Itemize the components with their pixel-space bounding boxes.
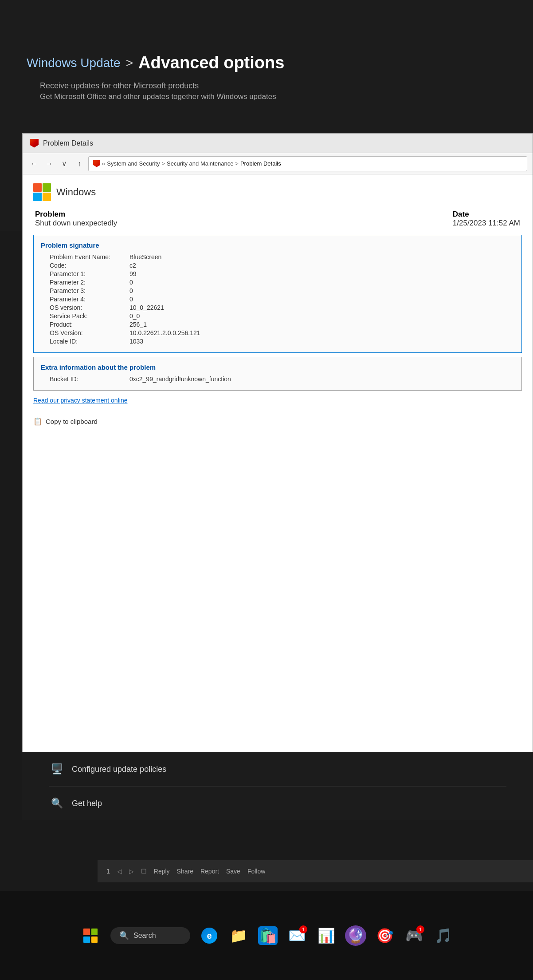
xbox-icon[interactable]: 🎮 1 [404, 925, 424, 946]
nav-sep1: > [161, 160, 165, 167]
forum-page-num: 1 [106, 868, 110, 875]
update-description: Receive updates for other Microsoft prod… [27, 81, 506, 101]
forum-reply[interactable]: Reply [154, 868, 170, 875]
nav-part1: System and Security [107, 160, 160, 167]
nav-breadcrumb[interactable]: « System and Security > Security and Mai… [88, 156, 527, 171]
sig-val: 0 [129, 296, 133, 303]
file-explorer-icon[interactable]: 📁 [228, 925, 249, 946]
purple-app-icon[interactable]: 🔮 [345, 925, 366, 946]
nav-bar: ← → ∨ ↑ « System and Security > Security… [23, 153, 533, 174]
signature-field-row: Code:c2 [41, 262, 514, 269]
nav-part3: Problem Details [240, 160, 281, 167]
windows-logo-icon [33, 183, 51, 201]
sig-val: 1033 [129, 338, 143, 345]
signature-field-row: Problem Event Name:BlueScreen [41, 253, 514, 261]
sig-key: Parameter 3: [41, 287, 129, 294]
spotify-icon[interactable]: 🎵 [433, 925, 454, 946]
windows-label: Windows [56, 186, 96, 198]
sig-key: OS Version: [41, 329, 129, 336]
signature-field-row: Parameter 4:0 [41, 296, 514, 303]
taskbar-search[interactable]: 🔍 Search [110, 927, 190, 944]
windows-header: Windows [33, 183, 522, 201]
mail-badge: 1 [299, 925, 307, 933]
mail-icon[interactable]: ✉️ 1 [287, 925, 307, 946]
forum-checkbox: ☐ [141, 868, 147, 875]
signature-field-row: Parameter 3:0 [41, 287, 514, 294]
signature-box: Problem signature Problem Event Name:Blu… [33, 235, 522, 353]
sig-val: c2 [129, 262, 136, 269]
date-section: Date 1/25/2023 11:52 AM [453, 210, 520, 228]
forum-follow[interactable]: Follow [247, 868, 265, 875]
start-button[interactable] [79, 925, 102, 947]
nav-prefix: « [102, 160, 105, 167]
sig-val: BlueScreen [129, 253, 161, 261]
sig-val: 10.0.22621.2.0.0.256.121 [129, 329, 200, 336]
signature-field-row: Parameter 1:99 [41, 270, 514, 277]
sig-key: Problem Event Name: [41, 253, 129, 261]
nav-sep2: > [235, 160, 239, 167]
problem-details-window: Problem Details ← → ∨ ↑ « System and Sec… [22, 133, 533, 811]
start-sq2 [91, 929, 98, 935]
clipboard-icon: 📋 [33, 417, 42, 426]
search-label: Search [133, 932, 156, 940]
extra-val: 0xc2_99_randgrid!unknown_function [129, 375, 231, 383]
nav-part2: Security and Maintenance [167, 160, 233, 167]
date-value: 1/25/2023 11:52 AM [453, 219, 520, 228]
extra-field-row: Bucket ID:0xc2_99_randgrid!unknown_funct… [41, 375, 514, 383]
bottom-items: 🖥️ Configured update policies 🔍 Get help [22, 752, 533, 820]
sig-val: 10_0_22621 [129, 304, 164, 311]
forum-share[interactable]: Share [177, 868, 193, 875]
forum-save[interactable]: Save [226, 868, 240, 875]
start-sq1 [83, 929, 90, 935]
window-titlebar: Problem Details [23, 134, 533, 153]
get-help-item[interactable]: 🔍 Get help [49, 786, 506, 820]
copy-clipboard-button[interactable]: 📋 Copy to clipboard [33, 417, 522, 426]
signature-title: Problem signature [41, 241, 514, 249]
sig-key: Locale ID: [41, 338, 129, 345]
dropdown-button[interactable]: ∨ [58, 158, 71, 170]
edge-browser-icon: e [201, 928, 217, 944]
back-button[interactable]: ← [28, 158, 40, 170]
sig-val: 0 [129, 279, 133, 286]
signature-field-row: Service Pack:0_0 [41, 312, 514, 320]
sig-val: 0 [129, 287, 133, 294]
forum-arrow-left[interactable]: ◁ [117, 868, 122, 875]
taskbar: 🔍 Search e 📁 🛍️ ✉️ 1 📊 🔮 🎯 🎮 [0, 891, 533, 980]
update-subtitle: Get Microsoft Office and other updates t… [40, 92, 506, 101]
privacy-link[interactable]: Read our privacy statement online [33, 397, 522, 404]
signature-field-row: Parameter 2:0 [41, 279, 514, 286]
sig-key: Service Pack: [41, 312, 129, 320]
sig-key: Parameter 1: [41, 270, 129, 277]
forward-button[interactable]: → [43, 158, 55, 170]
store-icon[interactable]: 🛍️ [258, 925, 278, 946]
update-title: Receive updates for other Microsoft prod… [40, 81, 506, 91]
forum-report[interactable]: Report [200, 868, 219, 875]
signature-field-row: Locale ID:1033 [41, 338, 514, 345]
forum-arrow-right[interactable]: ▷ [129, 868, 134, 875]
sig-key: OS version: [41, 304, 129, 311]
main-content: Windows Problem Shut down unexpectedly D… [23, 174, 533, 811]
start-sq3 [83, 937, 90, 943]
game-bar-icon[interactable]: 🎯 [375, 925, 395, 946]
logo-q3 [33, 193, 42, 201]
signature-field-row: OS version:10_0_22621 [41, 304, 514, 311]
start-icon [83, 929, 98, 943]
sig-val: 0_0 [129, 312, 140, 320]
logo-q1 [33, 183, 42, 192]
date-label: Date [453, 210, 520, 219]
flag-icon [30, 139, 39, 148]
forum-bar: 1 ◁ ▷ ☐ Reply Share Report Save Follow [98, 860, 533, 882]
green-app-icon[interactable]: 📊 [316, 925, 337, 946]
edge-icon[interactable]: e [199, 925, 219, 946]
get-help-icon: 🔍 [49, 795, 65, 811]
up-button[interactable]: ↑ [73, 158, 86, 170]
sig-key: Code: [41, 262, 129, 269]
breadcrumb-parent[interactable]: Windows Update [27, 56, 121, 70]
configured-update-policies-item[interactable]: 🖥️ Configured update policies [49, 752, 506, 786]
breadcrumb-separator: > [126, 56, 133, 70]
sig-key: Parameter 4: [41, 296, 129, 303]
nav-flag-icon [93, 160, 100, 167]
sig-key: Product: [41, 321, 129, 328]
xbox-badge: 1 [416, 925, 424, 933]
get-help-label: Get help [72, 799, 102, 808]
